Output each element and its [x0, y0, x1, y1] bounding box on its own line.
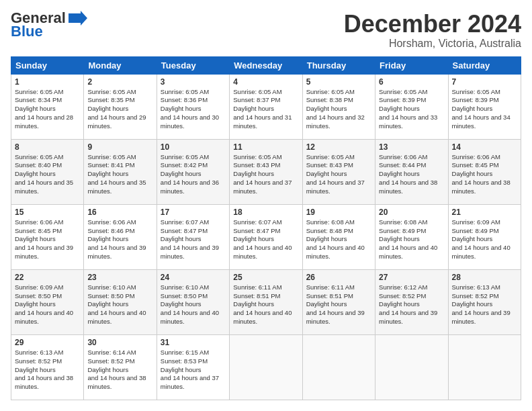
day-number: 8 — [15, 142, 80, 152]
day-info: Sunrise: 6:07 AMSunset: 8:47 PMDaylight … — [233, 218, 292, 260]
day-cell-16: 16 Sunrise: 6:06 AMSunset: 8:46 PMDaylig… — [84, 204, 157, 269]
day-cell-10: 10 Sunrise: 6:05 AMSunset: 8:42 PMDaylig… — [157, 139, 229, 204]
day-info: Sunrise: 6:05 AMSunset: 8:42 PMDaylight … — [161, 153, 219, 195]
day-number: 24 — [161, 273, 226, 282]
page: General Blue December 2024 Horsham, Vict… — [0, 0, 532, 411]
col-header-monday: Monday — [84, 56, 157, 74]
day-number: 19 — [306, 208, 371, 217]
week-row-5: 29 Sunrise: 6:13 AMSunset: 8:52 PMDaylig… — [11, 334, 521, 400]
day-number: 28 — [452, 273, 517, 282]
day-number: 23 — [87, 273, 152, 282]
day-cell-26: 26 Sunrise: 6:11 AMSunset: 8:51 PMDaylig… — [302, 269, 375, 334]
day-number: 15 — [15, 208, 80, 217]
day-cell-22: 22 Sunrise: 6:09 AMSunset: 8:50 PMDaylig… — [11, 269, 84, 334]
empty-cell — [230, 334, 302, 400]
day-number: 22 — [15, 273, 80, 282]
header: General Blue December 2024 Horsham, Vict… — [11, 11, 521, 50]
col-header-sunday: Sunday — [11, 56, 84, 74]
day-number: 9 — [87, 142, 152, 152]
day-number: 6 — [379, 77, 444, 87]
day-info: Sunrise: 6:05 AMSunset: 8:38 PMDaylight … — [306, 88, 365, 130]
day-cell-11: 11 Sunrise: 6:05 AMSunset: 8:43 PMDaylig… — [230, 139, 302, 204]
day-cell-14: 14 Sunrise: 6:06 AMSunset: 8:45 PMDaylig… — [448, 139, 521, 204]
day-number: 27 — [379, 273, 444, 282]
day-info: Sunrise: 6:05 AMSunset: 8:37 PMDaylight … — [233, 88, 292, 130]
day-number: 11 — [233, 142, 298, 152]
day-cell-6: 6 Sunrise: 6:05 AMSunset: 8:39 PMDayligh… — [375, 74, 448, 139]
day-info: Sunrise: 6:05 AMSunset: 8:39 PMDaylight … — [379, 88, 437, 130]
day-cell-23: 23 Sunrise: 6:10 AMSunset: 8:50 PMDaylig… — [84, 269, 157, 334]
day-cell-19: 19 Sunrise: 6:08 AMSunset: 8:48 PMDaylig… — [302, 204, 375, 269]
title-block: December 2024 Horsham, Victoria, Austral… — [344, 11, 521, 50]
day-info: Sunrise: 6:06 AMSunset: 8:45 PMDaylight … — [452, 153, 511, 195]
day-info: Sunrise: 6:05 AMSunset: 8:35 PMDaylight … — [87, 88, 146, 130]
day-info: Sunrise: 6:13 AMSunset: 8:52 PMDaylight … — [452, 283, 511, 325]
day-number: 4 — [233, 77, 298, 87]
day-info: Sunrise: 6:05 AMSunset: 8:39 PMDaylight … — [452, 88, 511, 130]
day-number: 5 — [306, 77, 371, 87]
day-info: Sunrise: 6:10 AMSunset: 8:50 PMDaylight … — [161, 283, 219, 325]
week-row-3: 15 Sunrise: 6:06 AMSunset: 8:45 PMDaylig… — [11, 204, 521, 269]
day-info: Sunrise: 6:05 AMSunset: 8:36 PMDaylight … — [161, 88, 219, 130]
calendar-table: SundayMondayTuesdayWednesdayThursdayFrid… — [11, 56, 521, 400]
day-info: Sunrise: 6:06 AMSunset: 8:46 PMDaylight … — [87, 218, 146, 260]
day-info: Sunrise: 6:11 AMSunset: 8:51 PMDaylight … — [306, 283, 365, 325]
col-header-thursday: Thursday — [302, 56, 375, 74]
day-cell-1: 1 Sunrise: 6:05 AMSunset: 8:34 PMDayligh… — [11, 74, 84, 139]
day-info: Sunrise: 6:09 AMSunset: 8:50 PMDaylight … — [15, 283, 73, 325]
day-number: 12 — [306, 142, 371, 152]
week-row-4: 22 Sunrise: 6:09 AMSunset: 8:50 PMDaylig… — [11, 269, 521, 334]
day-info: Sunrise: 6:05 AMSunset: 8:43 PMDaylight … — [233, 153, 292, 195]
day-cell-31: 31 Sunrise: 6:15 AMSunset: 8:53 PMDaylig… — [157, 334, 229, 400]
day-number: 7 — [452, 77, 517, 87]
day-cell-17: 17 Sunrise: 6:07 AMSunset: 8:47 PMDaylig… — [157, 204, 229, 269]
day-number: 10 — [161, 142, 226, 152]
day-number: 26 — [306, 273, 371, 282]
day-cell-21: 21 Sunrise: 6:09 AMSunset: 8:49 PMDaylig… — [448, 204, 521, 269]
day-info: Sunrise: 6:11 AMSunset: 8:51 PMDaylight … — [233, 283, 292, 325]
day-info: Sunrise: 6:05 AMSunset: 8:34 PMDaylight … — [15, 88, 73, 130]
day-number: 29 — [15, 338, 80, 347]
day-number: 17 — [161, 208, 226, 217]
location: Horsham, Victoria, Australia — [344, 38, 521, 50]
day-info: Sunrise: 6:06 AMSunset: 8:45 PMDaylight … — [15, 218, 73, 260]
day-info: Sunrise: 6:09 AMSunset: 8:49 PMDaylight … — [452, 218, 511, 260]
day-info: Sunrise: 6:12 AMSunset: 8:52 PMDaylight … — [379, 283, 437, 325]
day-info: Sunrise: 6:08 AMSunset: 8:48 PMDaylight … — [306, 218, 365, 260]
day-info: Sunrise: 6:10 AMSunset: 8:50 PMDaylight … — [87, 283, 146, 325]
day-cell-12: 12 Sunrise: 6:05 AMSunset: 8:43 PMDaylig… — [302, 139, 375, 204]
day-cell-25: 25 Sunrise: 6:11 AMSunset: 8:51 PMDaylig… — [230, 269, 302, 334]
day-cell-7: 7 Sunrise: 6:05 AMSunset: 8:39 PMDayligh… — [448, 74, 521, 139]
empty-cell — [448, 334, 521, 400]
logo: General Blue — [11, 11, 87, 40]
day-cell-3: 3 Sunrise: 6:05 AMSunset: 8:36 PMDayligh… — [157, 74, 229, 139]
day-cell-24: 24 Sunrise: 6:10 AMSunset: 8:50 PMDaylig… — [157, 269, 229, 334]
day-number: 2 — [87, 77, 152, 87]
col-header-saturday: Saturday — [448, 56, 521, 74]
day-cell-4: 4 Sunrise: 6:05 AMSunset: 8:37 PMDayligh… — [230, 74, 302, 139]
day-number: 3 — [161, 77, 226, 87]
day-number: 16 — [87, 208, 152, 217]
day-info: Sunrise: 6:05 AMSunset: 8:40 PMDaylight … — [15, 153, 73, 195]
week-row-2: 8 Sunrise: 6:05 AMSunset: 8:40 PMDayligh… — [11, 139, 521, 204]
day-info: Sunrise: 6:15 AMSunset: 8:53 PMDaylight … — [161, 349, 219, 390]
month-title: December 2024 — [344, 11, 521, 38]
svg-marker-0 — [69, 11, 87, 26]
day-cell-29: 29 Sunrise: 6:13 AMSunset: 8:52 PMDaylig… — [11, 334, 84, 400]
day-cell-20: 20 Sunrise: 6:08 AMSunset: 8:49 PMDaylig… — [375, 204, 448, 269]
day-cell-8: 8 Sunrise: 6:05 AMSunset: 8:40 PMDayligh… — [11, 139, 84, 204]
week-row-1: 1 Sunrise: 6:05 AMSunset: 8:34 PMDayligh… — [11, 74, 521, 139]
logo-arrow-icon — [67, 11, 87, 26]
day-cell-15: 15 Sunrise: 6:06 AMSunset: 8:45 PMDaylig… — [11, 204, 84, 269]
day-number: 20 — [379, 208, 444, 217]
day-info: Sunrise: 6:06 AMSunset: 8:44 PMDaylight … — [379, 153, 437, 195]
col-header-friday: Friday — [375, 56, 448, 74]
day-number: 21 — [452, 208, 517, 217]
day-info: Sunrise: 6:14 AMSunset: 8:52 PMDaylight … — [87, 349, 146, 390]
day-cell-2: 2 Sunrise: 6:05 AMSunset: 8:35 PMDayligh… — [84, 74, 157, 139]
day-number: 18 — [233, 208, 298, 217]
day-number: 14 — [452, 142, 517, 152]
day-cell-28: 28 Sunrise: 6:13 AMSunset: 8:52 PMDaylig… — [448, 269, 521, 334]
day-info: Sunrise: 6:08 AMSunset: 8:49 PMDaylight … — [379, 218, 437, 260]
col-header-wednesday: Wednesday — [230, 56, 302, 74]
